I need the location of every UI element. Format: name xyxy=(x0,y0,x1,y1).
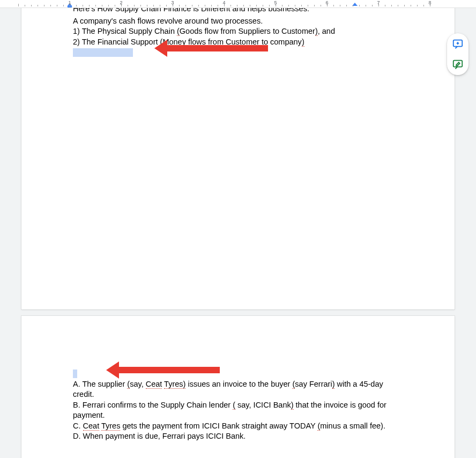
paragraph-line: A company's cash flows revolve around tw… xyxy=(73,16,403,27)
ruler-number: 5 xyxy=(274,0,277,5)
paragraph-line: D. When payment is due, Ferrari pays ICI… xyxy=(73,431,403,442)
annotation-arrow xyxy=(118,367,220,373)
annotation-arrow xyxy=(166,45,268,51)
paragraph-line: A. The supplier (say, Ceat Tyres) issues… xyxy=(73,379,403,400)
ruler-number: 4 xyxy=(222,0,225,5)
add-comment-button[interactable] xyxy=(451,38,464,50)
floating-action-panel xyxy=(447,33,468,75)
paragraph-line: C. Ceat Tyres gets the payment from ICIC… xyxy=(73,421,403,432)
paragraph-line: 1) The Physical Supply Chain (Goods flow… xyxy=(73,26,403,37)
ruler-number: 8 xyxy=(428,0,431,5)
ruler-number: 1 xyxy=(68,0,71,5)
ruler-number: 3 xyxy=(171,0,174,5)
document-page-2[interactable]: A. The supplier (say, Ceat Tyres) issues… xyxy=(21,316,455,458)
suggest-edits-button[interactable] xyxy=(451,58,464,71)
horizontal-ruler: 12345678 xyxy=(0,0,476,8)
paragraph-line: B. Ferrari confirms to the Supply Chain … xyxy=(73,400,403,421)
ruler-number: 7 xyxy=(377,0,380,5)
ruler-number: 2 xyxy=(120,0,122,5)
ruler-number: 6 xyxy=(325,0,328,5)
document-viewport: Here's How Supply Chain Finance is Diffe… xyxy=(0,0,476,458)
document-page-1[interactable]: Here's How Supply Chain Finance is Diffe… xyxy=(21,0,455,309)
